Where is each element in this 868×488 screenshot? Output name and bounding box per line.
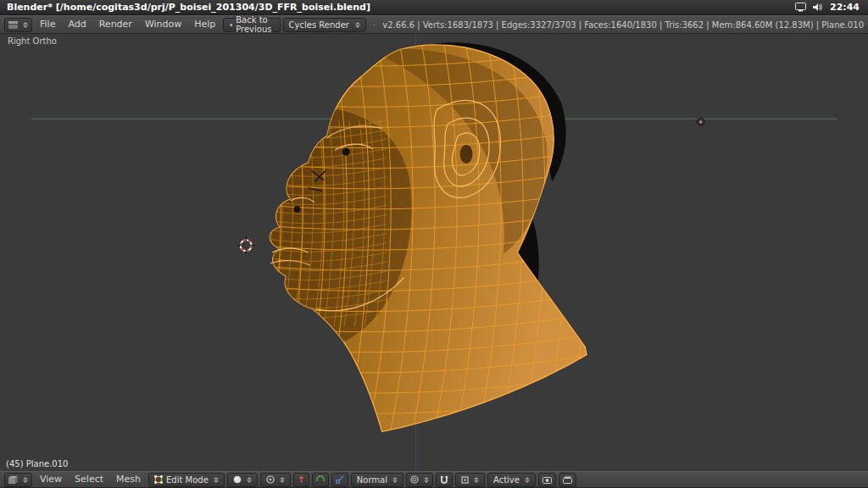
display-icon[interactable] bbox=[795, 3, 806, 12]
active-object-label: (45) Plane.010 bbox=[6, 459, 68, 469]
viewport-shading-select[interactable] bbox=[227, 473, 258, 487]
snap-element-select[interactable] bbox=[455, 473, 485, 487]
3d-view-editor-icon bbox=[8, 476, 18, 484]
menu-add[interactable]: Add bbox=[63, 16, 91, 33]
info-editor-icon bbox=[8, 21, 18, 29]
mode-select[interactable]: Edit Mode bbox=[148, 473, 225, 487]
menu-file[interactable]: File bbox=[35, 16, 60, 33]
chevron-updown-icon bbox=[23, 477, 28, 483]
os-titlebar: Blender* [/home/cogitas3d/prj/P_boisei_2… bbox=[0, 0, 868, 15]
rotate-arc-icon bbox=[316, 475, 325, 484]
render-engine-select[interactable]: Cycles Render bbox=[283, 18, 366, 32]
editor-type-button[interactable] bbox=[4, 18, 32, 32]
view-orientation-label: Right Ortho bbox=[8, 36, 57, 46]
editor-type-button[interactable] bbox=[4, 473, 32, 487]
snap-target-label: Active bbox=[493, 475, 520, 485]
back-arrow-icon bbox=[229, 22, 232, 28]
chevron-updown-icon bbox=[280, 477, 285, 483]
opengl-render-anim-button[interactable] bbox=[559, 473, 576, 487]
opengl-render-button[interactable] bbox=[538, 473, 556, 487]
snap-toggle-button[interactable] bbox=[436, 473, 453, 487]
viewport-canvas bbox=[0, 34, 868, 471]
clock[interactable]: 22:44 bbox=[830, 2, 860, 13]
manipulator-rotate-button[interactable] bbox=[312, 473, 329, 487]
proportional-edit-icon bbox=[410, 475, 419, 484]
shading-sphere-icon bbox=[233, 475, 242, 484]
menu-mesh[interactable]: Mesh bbox=[111, 471, 146, 488]
snap-target-select[interactable]: Active bbox=[487, 473, 536, 487]
chevron-updown-icon bbox=[474, 477, 479, 483]
volume-icon[interactable] bbox=[813, 3, 823, 12]
transform-orientation-select[interactable]: Normal bbox=[351, 473, 403, 487]
blender-logo-icon bbox=[374, 19, 376, 31]
pivot-icon bbox=[266, 475, 275, 484]
orientation-label: Normal bbox=[357, 475, 387, 485]
proportional-edit-select[interactable] bbox=[406, 473, 433, 487]
snap-element-icon bbox=[461, 476, 469, 484]
menu-window[interactable]: Window bbox=[140, 16, 186, 33]
render-still-icon bbox=[542, 476, 552, 484]
mode-label: Edit Mode bbox=[166, 475, 209, 485]
tool-header: View Select Mesh Edit Mode bbox=[0, 471, 868, 488]
scale-icon bbox=[336, 475, 344, 484]
manipulator-translate-button[interactable] bbox=[293, 473, 309, 487]
3d-cursor bbox=[237, 236, 254, 253]
chevron-updown-icon bbox=[355, 22, 360, 28]
menu-help[interactable]: Help bbox=[189, 16, 220, 33]
menu-view[interactable]: View bbox=[35, 471, 67, 488]
3d-viewport[interactable]: Right Ortho (45) Plane.010 bbox=[0, 34, 868, 471]
magnet-icon bbox=[440, 475, 448, 485]
window-title: Blender* [/home/cogitas3d/prj/P_boisei_2… bbox=[0, 2, 370, 13]
manipulator-scale-button[interactable] bbox=[331, 473, 348, 487]
render-anim-icon bbox=[563, 476, 572, 484]
chevron-updown-icon bbox=[247, 477, 252, 483]
edit-mode-cube-icon bbox=[154, 475, 163, 484]
chevron-updown-icon bbox=[23, 22, 28, 28]
chevron-updown-icon bbox=[525, 477, 530, 483]
pivot-point-select[interactable] bbox=[260, 473, 291, 487]
menu-select[interactable]: Select bbox=[70, 471, 108, 488]
menu-render[interactable]: Render bbox=[94, 16, 137, 33]
system-tray: 22:44 bbox=[795, 2, 868, 13]
translate-arrow-icon bbox=[298, 475, 305, 484]
scene-statistics: v2.66.6 | Verts:1683/1873 | Edges:3327/3… bbox=[382, 20, 864, 30]
chevron-updown-icon bbox=[424, 477, 429, 483]
render-engine-label: Cycles Render bbox=[289, 20, 349, 30]
chevron-updown-icon bbox=[214, 477, 219, 483]
back-to-previous-label: Back to Previous bbox=[236, 15, 274, 34]
chevron-updown-icon bbox=[392, 477, 398, 483]
object-origin-dot bbox=[697, 119, 704, 125]
back-to-previous-button[interactable]: Back to Previous bbox=[223, 18, 280, 32]
info-header: File Add Render Window Help Back to Prev… bbox=[0, 15, 868, 34]
